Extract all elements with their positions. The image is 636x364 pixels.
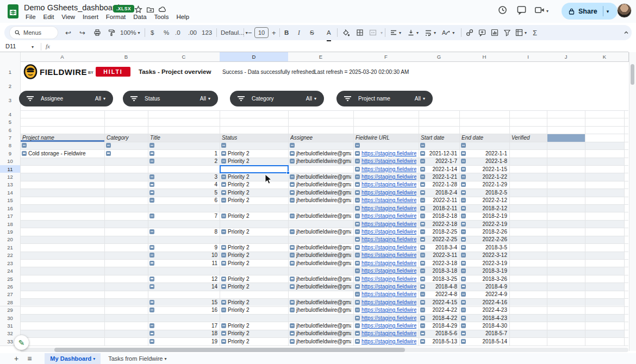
horizontal-align-button[interactable]: ▾ bbox=[390, 25, 401, 40]
data-chip-icon[interactable] bbox=[355, 284, 360, 289]
data-chip-icon[interactable] bbox=[461, 198, 466, 203]
cell-D21[interactable]: Priority 2 bbox=[221, 244, 286, 250]
fieldwire-url-link[interactable]: https://staging.fieldwire.c bbox=[361, 236, 416, 242]
data-chip-icon[interactable] bbox=[221, 323, 226, 328]
cell-C10[interactable]: 2 bbox=[149, 158, 217, 164]
data-chip-icon[interactable] bbox=[290, 214, 295, 218]
data-chip-icon[interactable] bbox=[290, 159, 295, 164]
cell-G22[interactable]: 2022-3-11 bbox=[420, 252, 457, 258]
verified-extra-cell[interactable] bbox=[547, 134, 585, 141]
fieldwire-url-link[interactable]: https://staging.fieldwire.c bbox=[361, 330, 416, 336]
fieldwire-url-link[interactable]: https://staging.fieldwire.c bbox=[361, 158, 416, 164]
cell-E12[interactable]: jherbulotfieldwire@gmail. bbox=[290, 174, 351, 180]
cell-G12[interactable]: 2022-1-21 bbox=[420, 174, 457, 180]
row-header-6[interactable]: 6 bbox=[0, 126, 21, 134]
fieldwire-url-link[interactable]: https://staging.fieldwire.c bbox=[361, 205, 416, 211]
column-header-D[interactable]: D bbox=[220, 52, 289, 62]
cell-C12[interactable]: 3 bbox=[149, 174, 217, 180]
data-chip-icon[interactable] bbox=[461, 292, 466, 297]
data-chip-icon[interactable] bbox=[149, 300, 154, 305]
cell-E31[interactable]: jherbulotfieldwire@gmail. bbox=[290, 323, 351, 329]
cell-F31[interactable]: https://staging.fieldwire.c bbox=[355, 323, 416, 329]
data-chip-icon[interactable] bbox=[221, 300, 226, 305]
cell-C26[interactable]: 14 bbox=[149, 284, 217, 290]
data-chip-icon[interactable] bbox=[22, 143, 27, 148]
cell-G16[interactable]: 2018-2-11 bbox=[420, 205, 457, 211]
cell-D10[interactable]: Priority 2 bbox=[221, 158, 286, 164]
data-chip-icon[interactable] bbox=[149, 214, 154, 218]
cell-H22[interactable]: 2022-3-12 bbox=[461, 252, 507, 258]
fieldwire-url-link[interactable]: https://staging.fieldwire.c bbox=[361, 174, 416, 180]
cell-F29[interactable]: https://staging.fieldwire.c bbox=[355, 307, 416, 313]
data-chip-icon[interactable] bbox=[221, 339, 226, 344]
data-chip-icon[interactable] bbox=[290, 323, 295, 328]
data-chip-icon[interactable] bbox=[461, 214, 466, 218]
toolbar-search[interactable]: Menus bbox=[10, 27, 58, 39]
cell-D8[interactable] bbox=[221, 142, 286, 148]
column-header-J[interactable]: J bbox=[547, 52, 585, 62]
cell-E15[interactable]: jherbulotfieldwire@gmail. bbox=[290, 197, 351, 203]
data-chip-icon[interactable] bbox=[290, 143, 295, 148]
data-chip-icon[interactable] bbox=[461, 182, 466, 187]
column-header-A[interactable]: A bbox=[20, 52, 105, 62]
row-header-30[interactable]: 30 bbox=[0, 314, 21, 322]
row-header-3[interactable]: 3 bbox=[0, 90, 21, 111]
cell-G19[interactable]: 2018-2-25 bbox=[420, 229, 457, 235]
data-chip-icon[interactable] bbox=[22, 151, 27, 156]
cell-H30[interactable]: 2018-4-23 bbox=[461, 315, 507, 321]
row-header-23[interactable]: 23 bbox=[0, 259, 21, 267]
fieldwire-url-link[interactable]: https://staging.fieldwire.c bbox=[361, 197, 416, 203]
data-chip-icon[interactable] bbox=[420, 214, 425, 218]
column-header-K[interactable]: K bbox=[585, 52, 625, 62]
cell-G29[interactable]: 2022-4-22 bbox=[420, 307, 457, 313]
sheet-tab-my-dashboard[interactable]: My Dashboard▾ bbox=[45, 353, 101, 364]
cell-G28[interactable]: 2022-4-15 bbox=[420, 299, 457, 305]
row-header-13[interactable]: 13 bbox=[0, 181, 21, 189]
cell-F12[interactable]: https://staging.fieldwire.c bbox=[355, 174, 416, 180]
add-sheet-button[interactable]: + bbox=[14, 354, 18, 363]
increase-font-size-button[interactable]: + bbox=[272, 25, 276, 40]
row-header-20[interactable]: 20 bbox=[0, 236, 21, 244]
vertical-scrollbar-thumb[interactable] bbox=[631, 64, 634, 85]
row-header-21[interactable]: 21 bbox=[0, 243, 21, 252]
cell-H27[interactable]: 2022-4-9 bbox=[461, 291, 507, 297]
create-filter-button[interactable] bbox=[503, 25, 511, 40]
data-chip-icon[interactable] bbox=[420, 261, 425, 266]
name-box-caret-icon[interactable]: ▾ bbox=[32, 45, 34, 49]
cell-F22[interactable]: https://staging.fieldwire.c bbox=[355, 252, 416, 258]
data-chip-icon[interactable] bbox=[420, 190, 425, 195]
data-chip-icon[interactable] bbox=[221, 331, 226, 336]
cell-F21[interactable]: https://staging.fieldwire.c bbox=[355, 244, 416, 250]
data-chip-icon[interactable] bbox=[461, 167, 466, 172]
video-call-icon[interactable] bbox=[534, 5, 546, 17]
data-chip-icon[interactable] bbox=[149, 339, 154, 344]
cell-G27[interactable]: 2022-4-8 bbox=[420, 291, 457, 297]
data-chip-icon[interactable] bbox=[355, 151, 360, 156]
cell-C23[interactable]: 11 bbox=[149, 260, 217, 266]
data-chip-icon[interactable] bbox=[420, 198, 425, 203]
cell-G14[interactable]: 2018-2-4 bbox=[420, 190, 457, 196]
cell-F11[interactable]: https://staging.fieldwire.c bbox=[355, 166, 416, 172]
cell-D9[interactable]: Priority 2 bbox=[221, 150, 286, 156]
cell-F24[interactable]: https://staging.fieldwire.c bbox=[355, 268, 416, 274]
data-chip-icon[interactable] bbox=[149, 198, 154, 203]
data-chip-icon[interactable] bbox=[461, 316, 466, 321]
bold-button[interactable]: B bbox=[284, 25, 289, 40]
data-chip-icon[interactable] bbox=[420, 167, 425, 172]
cell-G11[interactable]: 2022-1-14 bbox=[420, 166, 457, 172]
cell-C25[interactable]: 12 bbox=[149, 275, 217, 281]
data-chip-icon[interactable] bbox=[290, 277, 295, 281]
data-chip-icon[interactable] bbox=[290, 174, 295, 179]
cell-G30[interactable]: 2018-4-22 bbox=[420, 315, 457, 321]
cell-H28[interactable]: 2022-4-16 bbox=[461, 299, 507, 305]
column-header-H[interactable]: H bbox=[459, 52, 510, 62]
cell-C21[interactable]: 9 bbox=[149, 244, 217, 250]
cell-E22[interactable]: jherbulotfieldwire@gmail. bbox=[290, 252, 351, 258]
data-chip-icon[interactable] bbox=[149, 151, 154, 156]
cell-C15[interactable]: 6 bbox=[149, 197, 217, 203]
data-chip-icon[interactable] bbox=[355, 245, 360, 250]
cell-B9[interactable] bbox=[106, 150, 146, 156]
data-chip-icon[interactable] bbox=[461, 307, 466, 312]
row-header-12[interactable]: 12 bbox=[0, 173, 21, 181]
data-chip-icon[interactable] bbox=[221, 229, 226, 234]
